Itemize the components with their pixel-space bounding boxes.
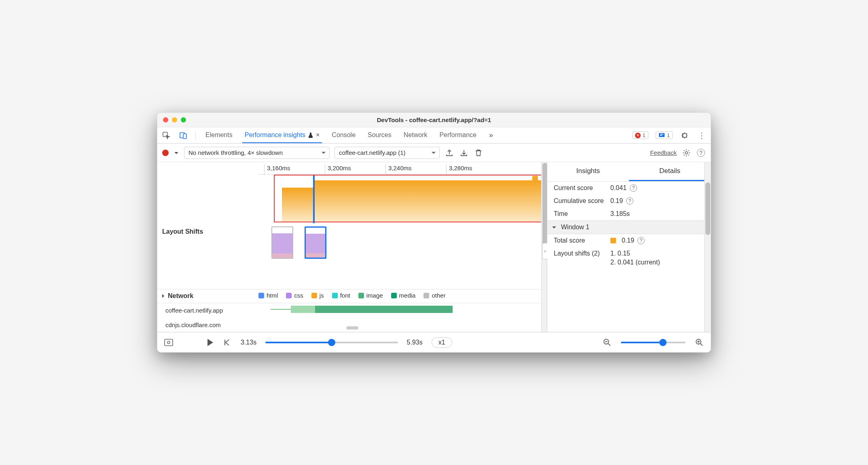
svg-point-4 — [685, 152, 688, 154]
tab-sources[interactable]: Sources — [365, 127, 394, 143]
svg-point-6 — [167, 341, 170, 344]
chevron-down-icon — [552, 226, 556, 230]
devtools-window: DevTools - coffee-cart.netlify.app/?ad=1… — [157, 112, 711, 353]
shift-bar-1[interactable] — [282, 188, 314, 222]
tab-performance[interactable]: Performance — [437, 127, 479, 143]
info-icon — [658, 133, 665, 138]
toggle-visibility-icon[interactable] — [164, 338, 174, 347]
network-row: Network html css js font image media oth… — [157, 290, 547, 303]
device-toolbar-icon[interactable] — [178, 131, 188, 140]
network-host: coffee-cart.netlify.app — [157, 303, 258, 318]
svg-rect-5 — [165, 339, 173, 346]
tab-console[interactable]: Console — [329, 127, 358, 143]
network-host-row: cdnjs.cloudflare.com — [157, 317, 547, 332]
import-icon[interactable] — [459, 148, 469, 158]
insights-toolbar: No network throttling, 4× slowdown coffe… — [157, 144, 711, 162]
time-start: 3.13s — [241, 339, 256, 346]
export-icon[interactable] — [445, 148, 454, 158]
legend-swatch-css — [286, 293, 292, 298]
speed-pill[interactable]: x1 — [432, 337, 452, 348]
legend-swatch-font — [332, 293, 338, 298]
window-controls — [163, 117, 186, 123]
score-swatch-icon — [610, 238, 616, 243]
throttling-select[interactable]: No network throttling, 4× slowdown — [184, 147, 330, 159]
help-icon[interactable]: ? — [637, 237, 645, 244]
time-end: 5.93s — [407, 339, 423, 346]
kebab-menu-icon[interactable]: ⋮ — [697, 131, 707, 140]
tab-network[interactable]: Network — [401, 127, 430, 143]
timeline-area: 3,160ms 3,200ms 3,240ms 3,280ms Layout S… — [157, 162, 547, 332]
close-tab-icon[interactable]: × — [316, 131, 320, 139]
network-host: cdnjs.cloudflare.com — [157, 317, 258, 332]
network-host-row: coffee-cart.netlify.app — [157, 303, 547, 318]
main-area: 3,160ms 3,200ms 3,240ms 3,280ms Layout S… — [157, 162, 711, 332]
more-tabs-chevrons-icon[interactable]: » — [486, 131, 496, 140]
filmstrip — [271, 226, 326, 259]
window-section-header[interactable]: Window 1 — [547, 220, 711, 234]
settings-gear-icon[interactable] — [680, 131, 690, 140]
legend-swatch-image — [358, 293, 364, 298]
delete-icon[interactable] — [474, 148, 483, 158]
svg-rect-2 — [183, 134, 186, 139]
panel-settings-gear-icon[interactable] — [682, 148, 691, 158]
record-button[interactable] — [162, 150, 169, 156]
play-button[interactable] — [207, 339, 213, 346]
layout-shifts-row: Layout Shifts — [157, 175, 547, 290]
layout-shift-entry[interactable]: 2. 0.041 (current) — [610, 259, 660, 266]
panel-tabbar: Elements Performance insights × Console … — [157, 127, 711, 144]
details-panel: › Insights Details Current score0.041? C… — [547, 162, 711, 332]
maximize-window-button[interactable] — [181, 117, 186, 123]
panel-expand-handle[interactable]: › — [542, 243, 547, 259]
shift-bar-2[interactable] — [314, 180, 544, 222]
filmstrip-frame[interactable] — [271, 226, 293, 259]
details-scrollbar[interactable] — [704, 162, 711, 332]
network-legend: html css js font image media other — [258, 290, 547, 301]
zoom-slider[interactable] — [621, 342, 686, 343]
zoom-in-icon[interactable] — [694, 338, 704, 347]
row-label-network: Network — [168, 292, 193, 300]
svg-rect-3 — [659, 133, 665, 137]
time-slider[interactable] — [265, 342, 398, 343]
close-window-button[interactable] — [163, 117, 168, 123]
playback-footer: 3.13s 5.93s x1 — [157, 332, 711, 352]
row-label-layout-shifts: Layout Shifts — [157, 175, 258, 289]
details-tabs: Insights Details — [547, 162, 711, 182]
error-dot-icon: ✕ — [635, 133, 641, 138]
legend-swatch-js — [311, 293, 317, 298]
legend-swatch-media — [391, 293, 397, 298]
tab-elements[interactable]: Elements — [203, 127, 235, 143]
request-bar[interactable] — [271, 306, 453, 313]
legend-swatch-html — [258, 293, 264, 298]
tab-details[interactable]: Details — [629, 162, 711, 181]
profile-select[interactable]: coffee-cart.netlify.app (1) — [334, 147, 440, 159]
time-ruler[interactable]: 3,160ms 3,200ms 3,240ms 3,280ms — [258, 162, 547, 175]
help-icon[interactable]: ? — [696, 148, 706, 158]
tab-performance-insights[interactable]: Performance insights × — [242, 127, 322, 143]
help-icon[interactable]: ? — [626, 197, 633, 205]
horizontal-scrollbar-thumb[interactable] — [346, 326, 358, 330]
titlebar: DevTools - coffee-cart.netlify.app/?ad=1 — [157, 113, 711, 127]
issues-badge[interactable]: 1 — [656, 131, 673, 139]
minimize-window-button[interactable] — [172, 117, 177, 123]
layout-shift-entry[interactable]: 1. 0.15 — [610, 250, 630, 257]
flask-icon — [308, 132, 313, 138]
legend-swatch-other — [423, 293, 429, 298]
expand-triangle-icon[interactable] — [162, 294, 166, 298]
inspect-element-icon[interactable] — [161, 131, 171, 140]
filmstrip-frame-selected[interactable] — [305, 226, 326, 259]
tab-insights[interactable]: Insights — [547, 162, 629, 181]
window-title: DevTools - coffee-cart.netlify.app/?ad=1 — [377, 116, 491, 123]
zoom-out-icon[interactable] — [602, 338, 612, 347]
record-dropdown-icon[interactable] — [174, 148, 179, 158]
cls-session-box — [274, 175, 545, 222]
layout-shifts-track[interactable] — [258, 175, 547, 294]
feedback-link[interactable]: Feedback — [650, 149, 677, 156]
help-icon[interactable]: ? — [630, 184, 637, 192]
skip-back-icon[interactable] — [222, 338, 232, 347]
errors-badge[interactable]: ✕ 1 — [632, 131, 648, 139]
playhead-line — [313, 175, 315, 223]
